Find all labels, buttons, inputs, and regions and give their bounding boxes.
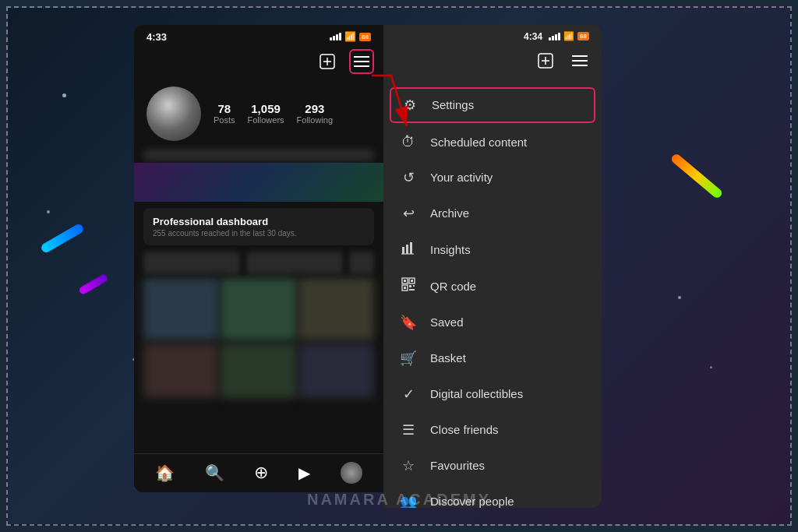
watermark: NAMARA ACADEMY — [307, 491, 491, 509]
nav-search-icon[interactable]: 🔍 — [205, 463, 224, 482]
qr-icon — [399, 277, 418, 295]
pro-dashboard-card[interactable]: Professional dashboard 255 accounts reac… — [143, 208, 374, 245]
time-left: 4:33 — [147, 31, 167, 43]
followers-label: Followers — [248, 115, 284, 125]
menu-add-button[interactable] — [533, 48, 558, 73]
battery-left: 88 — [359, 33, 371, 41]
thumb-3 — [298, 278, 374, 340]
menu-item-favourites[interactable]: ☆ Favourites — [383, 448, 602, 484]
svg-rect-22 — [409, 285, 411, 287]
thumb-4 — [143, 344, 219, 398]
thumb-2 — [221, 278, 296, 340]
status-bar-left: 4:33 📶 88 — [134, 25, 383, 46]
thumb-1 — [143, 278, 219, 340]
settings-label: Settings — [432, 98, 474, 111]
svg-rect-17 — [404, 280, 406, 282]
profile-panel: 4:33 📶 88 — [134, 25, 383, 492]
nav-home-icon[interactable]: 🏠 — [155, 463, 175, 482]
favourites-label: Favourites — [430, 459, 485, 472]
menu-item-basket[interactable]: 🛒 Basket — [383, 340, 602, 376]
activity-label: Your activity — [430, 171, 493, 184]
scheduled-label: Scheduled content — [430, 136, 527, 149]
menu-item-activity[interactable]: ↺ Your activity — [383, 160, 602, 196]
svg-rect-19 — [411, 280, 413, 282]
phone-container: 4:33 📶 88 — [134, 25, 664, 508]
decor-dot-3 — [678, 296, 681, 299]
menu-item-close-friends[interactable]: ☰ Close friends — [383, 412, 602, 448]
photo-grid-2 — [143, 344, 374, 398]
svg-rect-23 — [413, 285, 415, 287]
following-stat: 293 Following — [297, 102, 333, 125]
collectibles-label: Digital collectibles — [430, 387, 523, 400]
avatar — [147, 86, 201, 141]
nav-add-icon[interactable]: ⊕ — [254, 463, 268, 483]
menu-item-saved[interactable]: 🔖 Saved — [383, 305, 602, 340]
svg-rect-24 — [409, 289, 415, 291]
battery-right: 88 — [577, 32, 589, 41]
archive-label: Archive — [430, 206, 469, 220]
archive-icon: ↩ — [399, 205, 418, 222]
menu-item-insights[interactable]: Insights — [383, 231, 602, 268]
insights-label: Insights — [430, 243, 471, 256]
photo-grid — [143, 278, 374, 340]
wifi-icon-right: 📶 — [563, 31, 574, 41]
close-friends-label: Close friends — [430, 423, 499, 436]
thumb-5 — [221, 344, 296, 398]
bottom-nav: 🏠 🔍 ⊕ ▶ — [134, 453, 383, 492]
settings-icon: ⚙ — [401, 97, 419, 114]
basket-label: Basket — [430, 351, 466, 365]
menu-top-icons — [383, 45, 602, 79]
followers-stat: 1,059 Followers — [248, 102, 284, 125]
scheduled-icon: ⏱ — [399, 134, 418, 150]
following-label: Following — [297, 115, 333, 125]
menu-button-left[interactable] — [349, 49, 374, 74]
collectibles-icon: ✓ — [399, 386, 418, 403]
following-count: 293 — [305, 102, 324, 115]
time-right: 4:34 — [524, 31, 542, 42]
svg-rect-12 — [402, 247, 404, 254]
activity-icon: ↺ — [399, 169, 418, 186]
decor-dot-2 — [47, 210, 50, 213]
svg-rect-14 — [410, 242, 412, 254]
basket-icon: 🛒 — [399, 350, 418, 367]
saved-icon: 🔖 — [399, 314, 418, 331]
menu-item-archive[interactable]: ↩ Archive — [383, 196, 602, 231]
nav-profile-icon[interactable] — [341, 462, 362, 484]
menu-close-button[interactable] — [567, 48, 592, 73]
top-bar-left — [134, 46, 383, 80]
pro-dashboard-title: Professional dashboard — [153, 216, 365, 227]
signal-icon-right — [549, 33, 560, 41]
nav-reels-icon[interactable]: ▶ — [298, 463, 310, 482]
wifi-icon: 📶 — [344, 31, 356, 42]
cover-photo — [134, 163, 383, 202]
svg-rect-13 — [406, 245, 408, 254]
menu-item-qr[interactable]: QR code — [383, 268, 602, 305]
posts-stat: 78 Posts — [214, 102, 235, 125]
menu-item-collectibles[interactable]: ✓ Digital collectibles — [383, 376, 602, 412]
decor-dot-5 — [710, 366, 712, 368]
username-bar — [143, 149, 374, 161]
qr-label: QR code — [430, 280, 476, 293]
insights-icon — [399, 241, 418, 259]
saved-label: Saved — [430, 315, 464, 329]
pro-dashboard-subtitle: 255 accounts reached in the last 30 days… — [153, 229, 365, 238]
followers-count: 1,059 — [251, 102, 281, 115]
status-bar-right: 4:34 📶 88 — [383, 25, 602, 45]
menu-panel: 4:34 📶 88 — [383, 25, 602, 508]
posts-count: 78 — [217, 102, 231, 115]
posts-label: Posts — [214, 115, 235, 125]
favourites-icon: ☆ — [399, 457, 418, 474]
stats-bar: 78 Posts 1,059 Followers 293 Following — [214, 102, 333, 125]
signal-icon — [330, 33, 341, 41]
decor-dot-1 — [62, 93, 66, 97]
menu-item-scheduled[interactable]: ⏱ Scheduled content — [383, 125, 602, 160]
menu-items-list: ⚙ Settings ⏱ Scheduled content ↺ Your ac… — [383, 79, 602, 508]
menu-item-settings[interactable]: ⚙ Settings — [390, 87, 595, 123]
profile-info: 78 Posts 1,059 Followers 293 Following — [134, 80, 383, 147]
thumb-6 — [298, 344, 374, 398]
svg-rect-21 — [404, 287, 406, 289]
close-friends-icon: ☰ — [399, 421, 418, 439]
add-post-button[interactable] — [315, 49, 340, 74]
status-icons-left: 📶 88 — [330, 31, 371, 42]
